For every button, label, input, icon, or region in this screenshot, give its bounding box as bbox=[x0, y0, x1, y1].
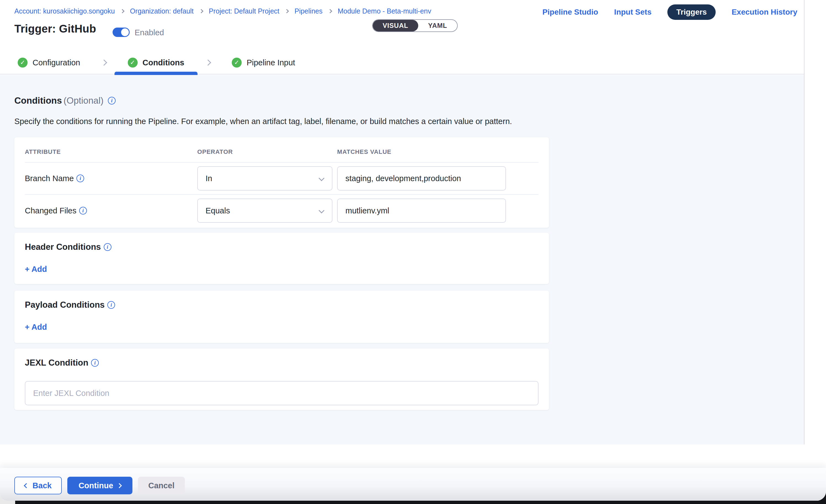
app-window: Account: kurosakiichigo.songoku Organiza… bbox=[0, 0, 826, 501]
column-matches-value: MATCHES VALUE bbox=[337, 148, 538, 155]
yaml-mode-button[interactable]: YAML bbox=[418, 20, 457, 32]
jexl-condition-input[interactable] bbox=[25, 381, 538, 405]
header-conditions-card: Header Conditions i + Add bbox=[14, 233, 549, 284]
column-operator: OPERATOR bbox=[197, 148, 337, 155]
wizard-tabbar: ✓ Configuration ✓ Conditions ✓ Pipeline … bbox=[0, 51, 804, 74]
chevron-right-icon bbox=[101, 60, 107, 66]
attribute-label: Changed Files bbox=[25, 206, 76, 215]
visual-mode-button[interactable]: VISUAL bbox=[373, 20, 418, 32]
breadcrumb-account[interactable]: Account: kurosakiichigo.songoku bbox=[14, 7, 115, 15]
chevron-left-icon bbox=[24, 483, 29, 488]
attribute-label: Branch Name bbox=[25, 174, 74, 183]
breadcrumb-organization[interactable]: Organization: default bbox=[130, 7, 194, 15]
enabled-toggle[interactable] bbox=[113, 27, 130, 37]
back-button-label: Back bbox=[33, 481, 52, 490]
nav-triggers[interactable]: Triggers bbox=[667, 4, 715, 20]
info-icon[interactable]: i bbox=[108, 97, 116, 105]
chevron-right-icon bbox=[117, 483, 122, 488]
check-icon: ✓ bbox=[128, 58, 138, 68]
info-icon[interactable]: i bbox=[91, 359, 99, 367]
tab-configuration-label: Configuration bbox=[33, 58, 80, 67]
continue-button[interactable]: Continue bbox=[67, 477, 132, 494]
jexl-condition-title: JEXL Condition bbox=[25, 358, 88, 368]
nav-input-sets[interactable]: Input Sets bbox=[614, 8, 651, 16]
active-tab-underline bbox=[115, 72, 197, 75]
continue-button-label: Continue bbox=[79, 481, 113, 490]
footer-bar: Back Continue Cancel bbox=[0, 468, 826, 501]
footer-buttons: Back Continue Cancel bbox=[14, 477, 185, 494]
back-button[interactable]: Back bbox=[14, 477, 62, 494]
operator-value: In bbox=[205, 174, 212, 183]
table-row: Changed Files i Equals bbox=[25, 195, 538, 227]
tab-pipeline-input[interactable]: ✓ Pipeline Input bbox=[232, 51, 295, 74]
scrollbar-gutter[interactable] bbox=[804, 0, 826, 468]
pipeline-nav: Pipeline Studio Input Sets Triggers Exec… bbox=[542, 4, 797, 20]
matches-value-input-changed-files[interactable] bbox=[337, 198, 506, 223]
operator-value: Equals bbox=[205, 206, 230, 215]
info-icon[interactable]: i bbox=[76, 175, 84, 182]
conditions-title: Conditions bbox=[14, 96, 62, 106]
payload-conditions-title: Payload Conditions bbox=[25, 300, 105, 310]
chevron-right-icon bbox=[205, 60, 211, 66]
info-icon[interactable]: i bbox=[107, 301, 115, 309]
check-icon: ✓ bbox=[232, 58, 242, 68]
tab-pipeline-input-label: Pipeline Input bbox=[247, 58, 295, 67]
header-conditions-title: Header Conditions bbox=[25, 242, 101, 252]
cancel-button-label: Cancel bbox=[148, 481, 174, 490]
nav-execution-history[interactable]: Execution History bbox=[732, 8, 797, 16]
view-mode-switch: VISUAL YAML bbox=[372, 19, 458, 32]
optional-label: (Optional) bbox=[63, 96, 104, 106]
chevron-right-icon bbox=[285, 9, 289, 13]
info-icon[interactable]: i bbox=[104, 243, 111, 251]
chevron-right-icon bbox=[199, 9, 203, 13]
breadcrumb-pipelines[interactable]: Pipelines bbox=[294, 7, 322, 15]
chevron-down-icon bbox=[319, 208, 324, 213]
footer-zone: Back Continue Cancel bbox=[0, 444, 826, 501]
add-payload-condition-button[interactable]: + Add bbox=[25, 323, 47, 332]
matches-value-input-branch-name[interactable] bbox=[337, 166, 506, 191]
tab-conditions-label: Conditions bbox=[142, 58, 184, 67]
chevron-right-icon bbox=[328, 9, 333, 13]
tab-conditions[interactable]: ✓ Conditions bbox=[128, 51, 184, 74]
operator-select-changed-files[interactable]: Equals bbox=[197, 198, 333, 223]
payload-conditions-card: Payload Conditions i + Add bbox=[14, 291, 549, 343]
jexl-condition-card: JEXL Condition i bbox=[14, 349, 549, 410]
column-attribute: ATTRIBUTE bbox=[25, 148, 197, 155]
attribute-changed-files: Changed Files i bbox=[25, 206, 197, 215]
breadcrumb-pipeline-name[interactable]: Module Demo - Beta-multi-env bbox=[338, 7, 431, 15]
page-title: Trigger: GitHub bbox=[14, 22, 96, 35]
chevron-right-icon bbox=[120, 9, 125, 13]
breadcrumb-project[interactable]: Project: Default Project bbox=[209, 7, 280, 15]
operator-select-branch-name[interactable]: In bbox=[197, 166, 333, 191]
info-icon[interactable]: i bbox=[79, 207, 87, 214]
enabled-label: Enabled bbox=[135, 28, 164, 37]
table-row: Branch Name i In bbox=[25, 163, 538, 195]
conditions-description: Specify the conditions for running the P… bbox=[14, 117, 512, 126]
chevron-down-icon bbox=[319, 175, 324, 181]
conditions-panel: Conditions (Optional) i Specify the cond… bbox=[0, 75, 804, 444]
tab-configuration[interactable]: ✓ Configuration bbox=[18, 51, 80, 74]
conditions-table-card: ATTRIBUTE OPERATOR MATCHES VALUE Branch … bbox=[14, 137, 549, 228]
cancel-button[interactable]: Cancel bbox=[138, 477, 185, 494]
conditions-table-header: ATTRIBUTE OPERATOR MATCHES VALUE bbox=[25, 137, 538, 163]
conditions-section-heading: Conditions (Optional) i bbox=[14, 96, 116, 106]
add-header-condition-button[interactable]: + Add bbox=[25, 265, 47, 274]
nav-pipeline-studio[interactable]: Pipeline Studio bbox=[542, 8, 598, 16]
attribute-branch-name: Branch Name i bbox=[25, 174, 197, 183]
check-icon: ✓ bbox=[18, 58, 27, 68]
toggle-knob-icon bbox=[121, 28, 129, 36]
breadcrumb: Account: kurosakiichigo.songoku Organiza… bbox=[14, 7, 431, 15]
